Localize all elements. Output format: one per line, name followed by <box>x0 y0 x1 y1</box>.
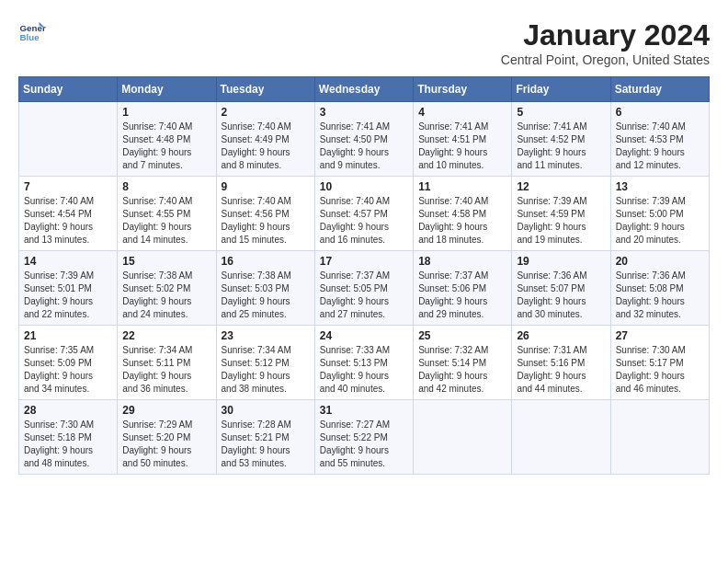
day-cell: 14Sunrise: 7:39 AM Sunset: 5:01 PM Dayli… <box>19 251 118 326</box>
day-info: Sunrise: 7:40 AM Sunset: 4:53 PM Dayligh… <box>616 121 704 172</box>
day-cell: 1Sunrise: 7:40 AM Sunset: 4:48 PM Daylig… <box>118 102 216 177</box>
day-number: 9 <box>222 180 310 193</box>
day-cell: 23Sunrise: 7:34 AM Sunset: 5:12 PM Dayli… <box>216 326 314 400</box>
day-info: Sunrise: 7:36 AM Sunset: 5:08 PM Dayligh… <box>616 270 704 321</box>
day-info: Sunrise: 7:36 AM Sunset: 5:07 PM Dayligh… <box>517 270 605 321</box>
day-cell: 5Sunrise: 7:41 AM Sunset: 4:52 PM Daylig… <box>512 102 610 177</box>
day-info: Sunrise: 7:39 AM Sunset: 5:00 PM Dayligh… <box>616 195 704 247</box>
day-number: 30 <box>222 404 310 417</box>
day-number: 26 <box>517 329 605 342</box>
day-cell: 20Sunrise: 7:36 AM Sunset: 5:08 PM Dayli… <box>610 251 709 326</box>
day-number: 23 <box>222 329 310 342</box>
day-cell <box>19 102 118 177</box>
day-info: Sunrise: 7:32 AM Sunset: 5:14 PM Dayligh… <box>418 344 506 396</box>
svg-text:Blue: Blue <box>20 32 40 42</box>
day-cell: 30Sunrise: 7:28 AM Sunset: 5:21 PM Dayli… <box>216 400 314 475</box>
day-cell: 29Sunrise: 7:29 AM Sunset: 5:20 PM Dayli… <box>118 400 216 475</box>
week-row-4: 21Sunrise: 7:35 AM Sunset: 5:09 PM Dayli… <box>19 326 710 400</box>
day-cell: 25Sunrise: 7:32 AM Sunset: 5:14 PM Dayli… <box>414 326 512 400</box>
day-cell: 7Sunrise: 7:40 AM Sunset: 4:54 PM Daylig… <box>19 177 118 251</box>
day-number: 14 <box>24 255 112 268</box>
calendar-body: 1Sunrise: 7:40 AM Sunset: 4:48 PM Daylig… <box>19 102 710 475</box>
week-row-5: 28Sunrise: 7:30 AM Sunset: 5:18 PM Dayli… <box>19 400 710 475</box>
week-row-3: 14Sunrise: 7:39 AM Sunset: 5:01 PM Dayli… <box>19 251 710 326</box>
day-info: Sunrise: 7:31 AM Sunset: 5:16 PM Dayligh… <box>517 344 605 396</box>
day-info: Sunrise: 7:30 AM Sunset: 5:17 PM Dayligh… <box>616 344 704 396</box>
day-number: 31 <box>320 404 408 417</box>
day-number: 15 <box>122 255 210 268</box>
day-number: 5 <box>517 106 605 119</box>
header-wednesday: Wednesday <box>314 77 413 102</box>
day-cell: 2Sunrise: 7:40 AM Sunset: 4:49 PM Daylig… <box>216 102 314 177</box>
header-friday: Friday <box>512 77 610 102</box>
day-cell: 11Sunrise: 7:40 AM Sunset: 4:58 PM Dayli… <box>414 177 512 251</box>
day-number: 8 <box>122 180 210 193</box>
day-cell: 8Sunrise: 7:40 AM Sunset: 4:55 PM Daylig… <box>118 177 216 251</box>
day-number: 19 <box>517 255 605 268</box>
day-info: Sunrise: 7:34 AM Sunset: 5:11 PM Dayligh… <box>122 344 210 396</box>
day-info: Sunrise: 7:35 AM Sunset: 5:09 PM Dayligh… <box>24 344 112 396</box>
day-info: Sunrise: 7:39 AM Sunset: 5:01 PM Dayligh… <box>24 270 112 321</box>
day-info: Sunrise: 7:37 AM Sunset: 5:05 PM Dayligh… <box>320 270 408 321</box>
location: Central Point, Oregon, United States <box>501 52 710 67</box>
week-row-2: 7Sunrise: 7:40 AM Sunset: 4:54 PM Daylig… <box>19 177 710 251</box>
day-number: 1 <box>122 106 210 119</box>
day-cell: 10Sunrise: 7:40 AM Sunset: 4:57 PM Dayli… <box>314 177 413 251</box>
day-info: Sunrise: 7:38 AM Sunset: 5:03 PM Dayligh… <box>222 270 310 321</box>
day-cell: 17Sunrise: 7:37 AM Sunset: 5:05 PM Dayli… <box>314 251 413 326</box>
day-cell: 19Sunrise: 7:36 AM Sunset: 5:07 PM Dayli… <box>512 251 610 326</box>
day-number: 17 <box>320 255 408 268</box>
day-cell <box>610 400 709 475</box>
day-cell: 9Sunrise: 7:40 AM Sunset: 4:56 PM Daylig… <box>216 177 314 251</box>
day-info: Sunrise: 7:30 AM Sunset: 5:18 PM Dayligh… <box>24 419 112 470</box>
day-info: Sunrise: 7:40 AM Sunset: 4:58 PM Dayligh… <box>418 195 506 247</box>
day-cell: 26Sunrise: 7:31 AM Sunset: 5:16 PM Dayli… <box>512 326 610 400</box>
month-title: January 2024 <box>501 18 710 52</box>
day-number: 7 <box>24 180 112 193</box>
day-info: Sunrise: 7:39 AM Sunset: 4:59 PM Dayligh… <box>517 195 605 247</box>
day-number: 22 <box>122 329 210 342</box>
day-number: 29 <box>122 404 210 417</box>
day-number: 27 <box>616 329 704 342</box>
header-saturday: Saturday <box>610 77 709 102</box>
day-cell: 27Sunrise: 7:30 AM Sunset: 5:17 PM Dayli… <box>610 326 709 400</box>
day-cell: 28Sunrise: 7:30 AM Sunset: 5:18 PM Dayli… <box>19 400 118 475</box>
day-info: Sunrise: 7:29 AM Sunset: 5:20 PM Dayligh… <box>122 419 210 470</box>
calendar-table: SundayMondayTuesdayWednesdayThursdayFrid… <box>18 76 710 475</box>
day-info: Sunrise: 7:28 AM Sunset: 5:21 PM Dayligh… <box>222 419 310 470</box>
day-cell: 24Sunrise: 7:33 AM Sunset: 5:13 PM Dayli… <box>314 326 413 400</box>
day-number: 6 <box>616 106 704 119</box>
logo: General Blue <box>18 18 46 46</box>
day-info: Sunrise: 7:40 AM Sunset: 4:48 PM Dayligh… <box>122 121 210 172</box>
day-cell: 6Sunrise: 7:40 AM Sunset: 4:53 PM Daylig… <box>610 102 709 177</box>
day-info: Sunrise: 7:37 AM Sunset: 5:06 PM Dayligh… <box>418 270 506 321</box>
day-number: 25 <box>418 329 506 342</box>
logo-icon: General Blue <box>18 18 46 46</box>
day-number: 10 <box>320 180 408 193</box>
day-number: 4 <box>418 106 506 119</box>
day-number: 11 <box>418 180 506 193</box>
title-block: January 2024 Central Point, Oregon, Unit… <box>501 18 710 67</box>
day-number: 24 <box>320 329 408 342</box>
day-cell: 12Sunrise: 7:39 AM Sunset: 4:59 PM Dayli… <box>512 177 610 251</box>
calendar-header: SundayMondayTuesdayWednesdayThursdayFrid… <box>19 77 710 102</box>
day-info: Sunrise: 7:33 AM Sunset: 5:13 PM Dayligh… <box>320 344 408 396</box>
header-tuesday: Tuesday <box>216 77 314 102</box>
svg-text:General: General <box>20 23 47 33</box>
day-number: 13 <box>616 180 704 193</box>
day-info: Sunrise: 7:41 AM Sunset: 4:50 PM Dayligh… <box>320 121 408 172</box>
header-row: SundayMondayTuesdayWednesdayThursdayFrid… <box>19 77 710 102</box>
day-cell: 15Sunrise: 7:38 AM Sunset: 5:02 PM Dayli… <box>118 251 216 326</box>
day-number: 2 <box>222 106 310 119</box>
day-cell: 13Sunrise: 7:39 AM Sunset: 5:00 PM Dayli… <box>610 177 709 251</box>
week-row-1: 1Sunrise: 7:40 AM Sunset: 4:48 PM Daylig… <box>19 102 710 177</box>
day-number: 12 <box>517 180 605 193</box>
day-info: Sunrise: 7:40 AM Sunset: 4:55 PM Dayligh… <box>122 195 210 247</box>
day-cell <box>512 400 610 475</box>
day-info: Sunrise: 7:40 AM Sunset: 4:56 PM Dayligh… <box>222 195 310 247</box>
header-sunday: Sunday <box>19 77 118 102</box>
day-info: Sunrise: 7:41 AM Sunset: 4:52 PM Dayligh… <box>517 121 605 172</box>
day-cell: 31Sunrise: 7:27 AM Sunset: 5:22 PM Dayli… <box>314 400 413 475</box>
day-info: Sunrise: 7:40 AM Sunset: 4:54 PM Dayligh… <box>24 195 112 247</box>
day-cell: 4Sunrise: 7:41 AM Sunset: 4:51 PM Daylig… <box>414 102 512 177</box>
